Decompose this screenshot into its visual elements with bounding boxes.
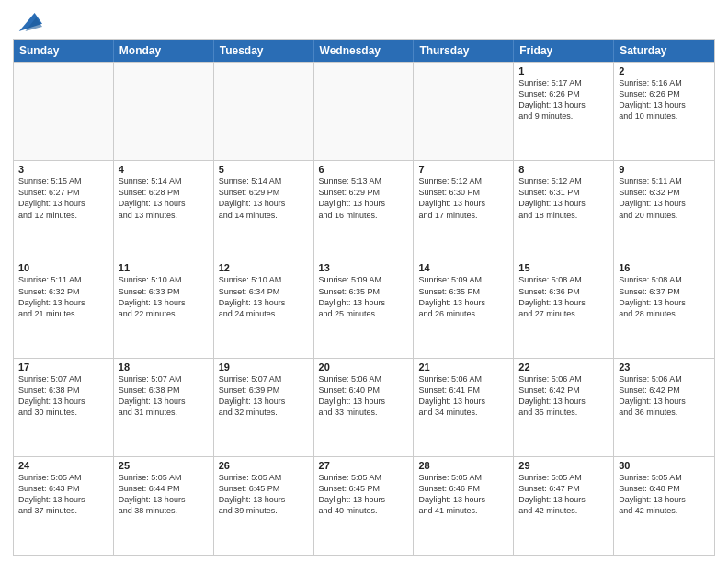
calendar-header-cell: Tuesday: [214, 40, 314, 62]
day-number: 17: [18, 362, 108, 373]
day-number: 30: [619, 460, 710, 471]
calendar-cell: 22Sunrise: 5:06 AM Sunset: 6:42 PM Dayli…: [514, 359, 614, 456]
day-number: 4: [119, 164, 209, 175]
day-number: 25: [119, 460, 209, 471]
day-info: Sunrise: 5:14 AM Sunset: 6:29 PM Dayligh…: [219, 176, 309, 221]
day-info: Sunrise: 5:07 AM Sunset: 6:39 PM Dayligh…: [219, 373, 309, 419]
calendar-cell: 13Sunrise: 5:09 AM Sunset: 6:35 PM Dayli…: [314, 259, 415, 357]
calendar-header-cell: Saturday: [614, 40, 714, 62]
calendar-cell: 4Sunrise: 5:14 AM Sunset: 6:28 PM Daylig…: [114, 161, 214, 259]
calendar-cell: [414, 63, 514, 160]
calendar-header-cell: Wednesday: [314, 40, 415, 62]
day-number: 21: [418, 362, 508, 373]
calendar-cell: 3Sunrise: 5:15 AM Sunset: 6:27 PM Daylig…: [14, 161, 114, 259]
calendar-cell: [114, 63, 214, 160]
day-info: Sunrise: 5:11 AM Sunset: 6:32 PM Dayligh…: [619, 176, 710, 221]
calendar-cell: 18Sunrise: 5:07 AM Sunset: 6:38 PM Dayli…: [114, 359, 214, 456]
calendar-header-cell: Monday: [114, 40, 214, 62]
calendar-cell: 15Sunrise: 5:08 AM Sunset: 6:36 PM Dayli…: [514, 259, 614, 357]
calendar-cell: 8Sunrise: 5:12 AM Sunset: 6:31 PM Daylig…: [514, 161, 614, 259]
day-info: Sunrise: 5:12 AM Sunset: 6:30 PM Dayligh…: [418, 176, 508, 221]
logo: [13, 9, 46, 35]
day-info: Sunrise: 5:06 AM Sunset: 6:41 PM Dayligh…: [418, 373, 508, 419]
day-info: Sunrise: 5:10 AM Sunset: 6:34 PM Dayligh…: [219, 274, 309, 319]
calendar-cell: [314, 63, 415, 160]
calendar-cell: [14, 63, 114, 160]
day-number: 13: [319, 262, 409, 273]
calendar-cell: 30Sunrise: 5:05 AM Sunset: 6:48 PM Dayli…: [614, 457, 714, 555]
day-number: 9: [619, 164, 710, 175]
day-number: 29: [518, 460, 609, 471]
day-info: Sunrise: 5:05 AM Sunset: 6:45 PM Dayligh…: [219, 472, 309, 517]
day-info: Sunrise: 5:09 AM Sunset: 6:35 PM Dayligh…: [418, 274, 508, 319]
day-info: Sunrise: 5:15 AM Sunset: 6:27 PM Dayligh…: [18, 176, 108, 221]
day-info: Sunrise: 5:05 AM Sunset: 6:45 PM Dayligh…: [319, 472, 409, 517]
calendar-cell: 29Sunrise: 5:05 AM Sunset: 6:47 PM Dayli…: [514, 457, 614, 555]
calendar-cell: 23Sunrise: 5:06 AM Sunset: 6:42 PM Dayli…: [614, 359, 714, 456]
calendar-cell: 7Sunrise: 5:12 AM Sunset: 6:30 PM Daylig…: [414, 161, 514, 259]
header: [13, 9, 715, 35]
calendar-cell: 12Sunrise: 5:10 AM Sunset: 6:34 PM Dayli…: [214, 259, 314, 357]
calendar-cell: 24Sunrise: 5:05 AM Sunset: 6:43 PM Dayli…: [14, 457, 114, 555]
calendar-cell: 1Sunrise: 5:17 AM Sunset: 6:26 PM Daylig…: [514, 63, 614, 160]
calendar-cell: 10Sunrise: 5:11 AM Sunset: 6:32 PM Dayli…: [14, 259, 114, 357]
day-number: 15: [518, 262, 609, 273]
calendar-cell: 26Sunrise: 5:05 AM Sunset: 6:45 PM Dayli…: [214, 457, 314, 555]
calendar-cell: 25Sunrise: 5:05 AM Sunset: 6:44 PM Dayli…: [114, 457, 214, 555]
day-number: 16: [619, 262, 710, 273]
calendar-cell: 9Sunrise: 5:11 AM Sunset: 6:32 PM Daylig…: [614, 161, 714, 259]
day-number: 14: [418, 262, 508, 273]
calendar-row: 3Sunrise: 5:15 AM Sunset: 6:27 PM Daylig…: [14, 160, 714, 259]
day-info: Sunrise: 5:08 AM Sunset: 6:36 PM Dayligh…: [518, 274, 609, 319]
day-number: 26: [219, 460, 309, 471]
day-number: 19: [219, 362, 309, 373]
day-number: 8: [518, 164, 609, 175]
calendar-cell: 5Sunrise: 5:14 AM Sunset: 6:29 PM Daylig…: [214, 161, 314, 259]
day-number: 5: [219, 164, 309, 175]
day-number: 22: [518, 362, 609, 373]
day-info: Sunrise: 5:14 AM Sunset: 6:28 PM Dayligh…: [119, 176, 209, 221]
calendar-cell: 28Sunrise: 5:05 AM Sunset: 6:46 PM Dayli…: [414, 457, 514, 555]
calendar-cell: 17Sunrise: 5:07 AM Sunset: 6:38 PM Dayli…: [14, 359, 114, 456]
day-info: Sunrise: 5:06 AM Sunset: 6:42 PM Dayligh…: [619, 373, 710, 419]
day-number: 20: [319, 362, 409, 373]
day-info: Sunrise: 5:05 AM Sunset: 6:43 PM Dayligh…: [18, 472, 108, 517]
calendar-header: SundayMondayTuesdayWednesdayThursdayFrid…: [14, 40, 714, 62]
day-number: 12: [219, 262, 309, 273]
day-info: Sunrise: 5:05 AM Sunset: 6:44 PM Dayligh…: [119, 472, 209, 517]
day-info: Sunrise: 5:11 AM Sunset: 6:32 PM Dayligh…: [18, 274, 108, 319]
day-number: 1: [518, 65, 609, 76]
day-info: Sunrise: 5:16 AM Sunset: 6:26 PM Dayligh…: [619, 77, 710, 122]
day-number: 6: [319, 164, 409, 175]
calendar-body: 1Sunrise: 5:17 AM Sunset: 6:26 PM Daylig…: [14, 62, 714, 555]
day-number: 23: [619, 362, 710, 373]
calendar-cell: 20Sunrise: 5:06 AM Sunset: 6:40 PM Dayli…: [314, 359, 415, 456]
logo-icon: [13, 9, 42, 35]
calendar-cell: 27Sunrise: 5:05 AM Sunset: 6:45 PM Dayli…: [314, 457, 415, 555]
calendar-cell: 11Sunrise: 5:10 AM Sunset: 6:33 PM Dayli…: [114, 259, 214, 357]
day-info: Sunrise: 5:05 AM Sunset: 6:47 PM Dayligh…: [518, 472, 609, 517]
day-info: Sunrise: 5:13 AM Sunset: 6:29 PM Dayligh…: [319, 176, 409, 221]
day-info: Sunrise: 5:09 AM Sunset: 6:35 PM Dayligh…: [319, 274, 409, 319]
calendar-cell: 14Sunrise: 5:09 AM Sunset: 6:35 PM Dayli…: [414, 259, 514, 357]
calendar-row: 1Sunrise: 5:17 AM Sunset: 6:26 PM Daylig…: [14, 62, 714, 160]
calendar-row: 10Sunrise: 5:11 AM Sunset: 6:32 PM Dayli…: [14, 259, 714, 357]
page: SundayMondayTuesdayWednesdayThursdayFrid…: [0, 0, 728, 563]
day-number: 28: [418, 460, 508, 471]
day-number: 18: [119, 362, 209, 373]
day-info: Sunrise: 5:05 AM Sunset: 6:46 PM Dayligh…: [418, 472, 508, 517]
day-number: 24: [18, 460, 108, 471]
calendar-header-cell: Friday: [514, 40, 614, 62]
day-info: Sunrise: 5:06 AM Sunset: 6:40 PM Dayligh…: [319, 373, 409, 419]
calendar: SundayMondayTuesdayWednesdayThursdayFrid…: [13, 39, 715, 556]
day-number: 27: [319, 460, 409, 471]
day-number: 11: [119, 262, 209, 273]
day-number: 7: [418, 164, 508, 175]
day-number: 3: [18, 164, 108, 175]
day-info: Sunrise: 5:12 AM Sunset: 6:31 PM Dayligh…: [518, 176, 609, 221]
calendar-cell: 6Sunrise: 5:13 AM Sunset: 6:29 PM Daylig…: [314, 161, 415, 259]
calendar-header-cell: Thursday: [414, 40, 514, 62]
day-number: 10: [18, 262, 108, 273]
calendar-row: 17Sunrise: 5:07 AM Sunset: 6:38 PM Dayli…: [14, 358, 714, 456]
day-info: Sunrise: 5:10 AM Sunset: 6:33 PM Dayligh…: [119, 274, 209, 319]
